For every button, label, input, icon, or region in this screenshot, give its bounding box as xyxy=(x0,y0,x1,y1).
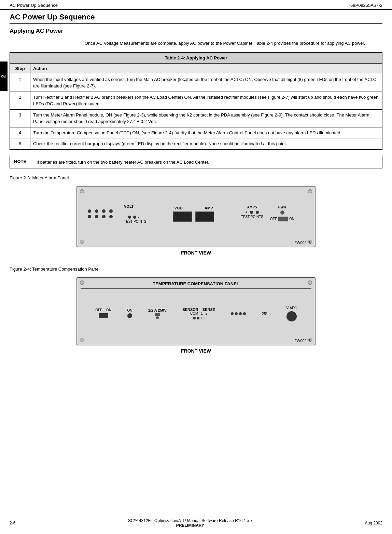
header-right: 68P09255A57-2 xyxy=(350,3,382,8)
amps-section: AMPS + TEST POINTS xyxy=(241,205,263,219)
table-row: 4 Turn the Temperature Compensation Pane… xyxy=(10,127,382,138)
on-label: ON xyxy=(289,217,294,221)
footer-main-text: SC™ 4812ET Optimization/ATP Manual Softw… xyxy=(128,518,252,523)
fw-label-3: FW00245 xyxy=(294,241,311,245)
s-dot-2 xyxy=(197,317,199,319)
led-3 xyxy=(102,209,106,213)
footer-center: SC™ 4812ET Optimization/ATP Manual Softw… xyxy=(128,518,252,528)
amps-tp: + xyxy=(245,210,259,214)
table-title-suffix: Applying AC Power xyxy=(185,55,227,60)
tcp-inner: OFF ON ON 1/2 A 250V xyxy=(81,291,311,336)
tcp-off-on: OFF ON xyxy=(95,308,111,319)
tcp-on-text: ON xyxy=(127,309,132,312)
led-7 xyxy=(102,215,106,218)
table-title: Table 2-4: Applying AC Power xyxy=(10,52,382,64)
amp-display xyxy=(195,211,214,222)
led-2 xyxy=(95,209,98,213)
amps-plus: + xyxy=(245,210,247,214)
vadj-knob xyxy=(286,311,297,321)
fw-label-4: FW00246 xyxy=(294,339,311,343)
left-leds-bottom xyxy=(87,215,114,218)
figure4-title-bold: Figure 2-4: xyxy=(10,266,31,272)
amps-tp-dot1 xyxy=(250,211,253,214)
action-2: Turn Rectifier 1 and Rectifier 2 AC bran… xyxy=(30,92,382,109)
off-on-row: OFF ON xyxy=(270,217,294,221)
note-box: NOTE If batteries are fitted, turn on th… xyxy=(10,156,382,169)
left-leds-top xyxy=(87,209,114,213)
tcp-led-2 xyxy=(235,312,238,315)
minus-sign-sensor: - xyxy=(204,316,205,320)
tp-dot-1 xyxy=(128,216,131,219)
test-points-label-right: TEST POINTS xyxy=(241,215,263,219)
tcp-screw-tr xyxy=(308,280,312,285)
table-title-bold: Table 2-4: xyxy=(165,55,185,60)
tcp-on-indicator: ON xyxy=(127,309,132,319)
led-5 xyxy=(88,215,91,218)
applying-ac-power-table: Table 2-4: Applying AC Power Step Action… xyxy=(10,52,382,150)
tcp-screw-tl xyxy=(80,280,84,285)
map-center: VOLT AMP xyxy=(146,206,241,222)
sensor-tp-dots: + - xyxy=(193,316,205,320)
action-1: When the input voltages are verified as … xyxy=(30,74,382,92)
vadj-label: V ADJ xyxy=(286,306,297,310)
page-header: AC Power Up Sequence 68P09255A57-2 xyxy=(0,0,392,10)
step-4: 4 xyxy=(10,127,30,138)
tcp-led-4 xyxy=(243,312,246,315)
com-label: COM xyxy=(190,312,198,315)
footer-right: Aug 2002 xyxy=(365,521,382,525)
sensor-sense-header: SENSOR SENSE xyxy=(182,307,215,312)
step-2: 2 xyxy=(10,92,30,109)
left-led-group xyxy=(87,209,114,218)
tcp-degree-section: 25° c xyxy=(262,312,270,316)
tcp-screw-bl xyxy=(80,338,84,342)
header-left: AC Power Up Sequence xyxy=(10,3,58,8)
sidebar-number: 2 xyxy=(1,75,7,78)
col-header-action: Action xyxy=(30,64,382,74)
map-inner: VOLT + - TEST POINTS VOLT AMP xyxy=(81,190,311,238)
tcp-sensor: SENSOR SENSE COM 1 2 + - xyxy=(182,307,215,320)
sidebar-bar-bottom xyxy=(1,80,7,90)
map-right: AMPS + TEST POINTS PWR xyxy=(241,205,294,223)
pwr-section: PWR OFF ON xyxy=(270,205,294,221)
note-content: If batteries are fitted, turn on the two… xyxy=(34,156,212,168)
figure4-title-suffix: Temperature Compensation Panel xyxy=(31,266,100,272)
temp-comp-panel: TEMPERATURE COMPENSATION PANEL OFF ON ON xyxy=(76,277,316,345)
s-dot-1 xyxy=(193,317,196,319)
amps-tp-dot2 xyxy=(256,211,259,214)
tp-dot-2 xyxy=(133,216,136,219)
minus-sign: - xyxy=(138,215,139,219)
pwr-switch xyxy=(278,217,288,221)
display-boxes xyxy=(173,211,214,222)
col-header-step: Step xyxy=(10,64,30,74)
plus-minus-left: + - xyxy=(124,215,139,219)
chapter-sidebar-tab: 2 xyxy=(0,61,8,91)
tcp-switch xyxy=(99,313,108,318)
sense-label: SENSE xyxy=(202,307,215,312)
figure3-title-suffix: Meter Alarm Panel xyxy=(31,175,69,180)
screw-bl xyxy=(80,240,84,244)
table-row: 3 Turn the Meter Alarm Panel module, ON … xyxy=(10,109,382,127)
footer-sub-text: PRELIMINARY xyxy=(128,523,252,528)
fuse-dot-1 xyxy=(156,316,159,319)
led-6 xyxy=(95,215,98,218)
tcp-off-label: OFF xyxy=(95,308,102,312)
footer-left: 2-6 xyxy=(10,521,15,525)
tcp-on-label: ON xyxy=(106,308,111,312)
meter-alarm-panel: VOLT + - TEST POINTS VOLT AMP xyxy=(76,186,316,247)
figure3-title-bold: Figure 2-3: xyxy=(10,175,31,180)
amps-label: AMPS xyxy=(247,205,257,209)
led-1 xyxy=(88,209,91,213)
front-view-label-4: FRONT VIEW xyxy=(181,348,211,354)
off-label: OFF xyxy=(270,217,277,221)
pwr-led xyxy=(280,210,284,215)
figure4-title: Figure 2-4: Temperature Compensation Pan… xyxy=(10,266,382,272)
tcp-fuse: 1/2 A 250V xyxy=(148,308,167,319)
sensor-com-row: COM 1 2 xyxy=(190,312,207,315)
table-title-row: Table 2-4: Applying AC Power xyxy=(10,52,382,64)
test-points-label-left: TEST POINTS xyxy=(124,220,146,223)
front-view-label-3: FRONT VIEW xyxy=(181,250,211,256)
table-row: 1 When the input voltages are verified a… xyxy=(10,74,382,92)
volt-label-center: VOLT xyxy=(174,206,184,210)
step-3: 3 xyxy=(10,109,30,127)
tcp-degree-label: 25° c xyxy=(262,312,270,316)
